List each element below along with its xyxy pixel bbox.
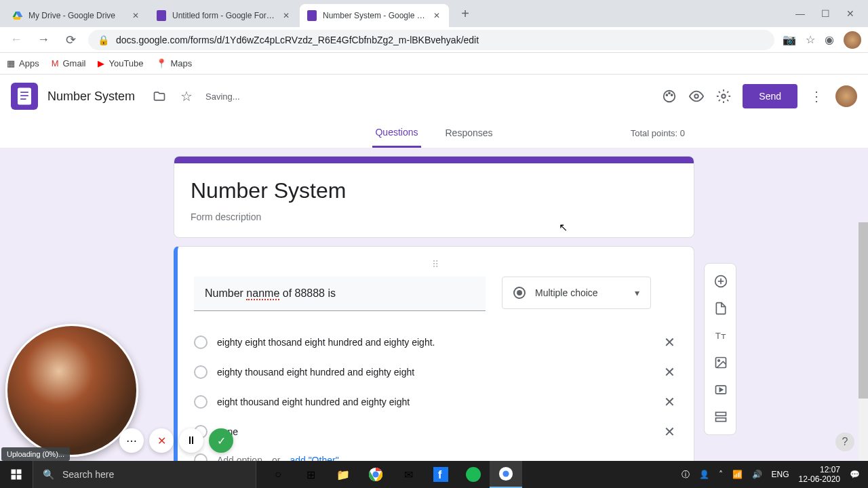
folder-button[interactable] [146, 83, 173, 110]
option-row: eighty eight thosand eight hundred and e… [194, 327, 677, 357]
import-questions-button[interactable] [705, 296, 737, 321]
remove-option-button[interactable]: ✕ [661, 394, 677, 410]
spotify-icon[interactable] [457, 461, 490, 488]
minimize-button[interactable]: — [795, 8, 805, 19]
lock-icon: 🔒 [98, 35, 109, 45]
tab-untitled-form[interactable]: Untitled form - Google Forms ✕ [149, 4, 298, 27]
question-type-select[interactable]: Multiple choice ▾ [502, 277, 651, 309]
back-button[interactable]: ← [7, 33, 26, 47]
send-button[interactable]: Send [743, 84, 797, 108]
close-icon[interactable]: ✕ [130, 10, 141, 21]
add-image-button[interactable] [705, 350, 737, 375]
form-title-text[interactable]: Number System [191, 178, 677, 203]
title-card[interactable]: Number System Form description [174, 156, 694, 238]
svg-rect-20 [716, 412, 726, 415]
bookmark-youtube[interactable]: ▶YouTube [98, 58, 143, 68]
cortana-icon[interactable]: ○ [262, 461, 294, 488]
palette-button[interactable] [656, 83, 683, 110]
close-window-button[interactable]: ✕ [846, 8, 854, 19]
star-button[interactable]: ☆ [173, 83, 200, 110]
profile-avatar[interactable] [844, 31, 861, 49]
pause-recording-button[interactable]: ⏸ [179, 428, 203, 453]
option-text[interactable]: eight thousand eight hundred and eighty … [217, 396, 652, 407]
cancel-recording-button[interactable]: ✕ [149, 428, 174, 453]
tray-help-icon[interactable]: ⓘ [682, 469, 690, 481]
tab-questions[interactable]: Questions [372, 119, 420, 148]
tab-drive[interactable]: My Drive - Google Drive ✕ [5, 4, 148, 27]
account-avatar[interactable] [835, 85, 857, 107]
help-button[interactable]: ? [835, 432, 854, 451]
tray-wifi-icon[interactable]: 📶 [732, 470, 743, 479]
preview-button[interactable] [683, 83, 710, 110]
option-text[interactable]: eighty thousand eight hundred and eighty… [217, 367, 652, 378]
drive-icon [12, 10, 23, 21]
youtube-icon: ▶ [98, 58, 104, 68]
option-text[interactable]: none [217, 426, 652, 437]
add-section-button[interactable] [705, 405, 737, 429]
camera-icon[interactable]: 📷 [783, 33, 796, 46]
browser-tab-strip: My Drive - Google Drive ✕ Untitled form … [0, 0, 868, 27]
tray-people-icon[interactable]: 👤 [699, 470, 709, 479]
reload-button[interactable]: ⟳ [61, 33, 80, 47]
start-button[interactable] [0, 461, 33, 488]
remove-option-button[interactable]: ✕ [661, 424, 677, 440]
svg-text:f: f [438, 469, 442, 481]
extension-icon[interactable]: ◉ [825, 33, 834, 46]
tab-responses[interactable]: Responses [443, 119, 496, 146]
question-card[interactable]: ⠿ Number nanme of 88888 is Multiple choi… [174, 246, 694, 487]
svg-rect-21 [716, 418, 726, 422]
tab-title: My Drive - Google Drive [28, 11, 126, 20]
add-title-button[interactable]: Tᴛ [705, 323, 737, 348]
webcam-overlay[interactable] [5, 324, 138, 457]
bookmark-apps[interactable]: ▦Apps [7, 58, 39, 68]
settings-button[interactable] [710, 83, 737, 110]
radio-icon [194, 395, 208, 409]
tab-number-system[interactable]: Number System - Google Forms ✕ [300, 4, 449, 27]
maximize-button[interactable]: ☐ [821, 8, 830, 19]
more-button[interactable]: ⋮ [803, 83, 830, 110]
chrome-icon[interactable] [359, 461, 392, 488]
address-bar: ← → ⟳ 🔒 docs.google.com/forms/d/1Yd6wZc4… [0, 27, 868, 53]
chrome-active-icon[interactable] [490, 461, 522, 488]
notifications-icon[interactable]: 💬 [850, 470, 860, 479]
scrollbar-thumb[interactable] [859, 222, 868, 399]
close-icon[interactable]: ✕ [431, 10, 442, 21]
add-video-button[interactable] [705, 378, 737, 402]
scrollbar[interactable] [859, 222, 868, 461]
bookmark-maps[interactable]: 📍Maps [156, 58, 193, 68]
mail-icon[interactable]: ✉ [392, 461, 425, 488]
tray-sound-icon[interactable]: 🔊 [752, 470, 762, 479]
facebook-icon[interactable]: f [425, 461, 457, 488]
more-recording-button[interactable]: ⋯ [119, 428, 144, 453]
option-text[interactable]: eighty eight thosand eight hundred and e… [217, 337, 652, 348]
question-input[interactable]: Number nanme of 88888 is [194, 277, 486, 311]
bookmark-gmail[interactable]: MGmail [52, 58, 86, 68]
svg-point-9 [671, 94, 673, 96]
taskbar-search[interactable]: 🔍 Search here [33, 461, 256, 488]
tray-clock[interactable]: 12:07 12-06-2020 [799, 465, 840, 485]
finish-recording-button[interactable]: ✓ [209, 428, 233, 453]
task-view-icon[interactable]: ⊞ [294, 461, 327, 488]
remove-option-button[interactable]: ✕ [661, 364, 677, 380]
tray-lang[interactable]: ENG [772, 470, 789, 479]
close-icon[interactable]: ✕ [281, 10, 292, 21]
forms-icon [307, 10, 317, 21]
star-icon[interactable]: ☆ [806, 33, 815, 46]
form-description[interactable]: Form description [191, 211, 677, 222]
option-row: none ✕ [194, 417, 677, 447]
svg-point-7 [667, 94, 668, 96]
new-tab-button[interactable]: + [456, 4, 475, 23]
window-controls: — ☐ ✕ [795, 8, 863, 19]
add-question-button[interactable] [705, 269, 737, 293]
url-field[interactable]: 🔒 docs.google.com/forms/d/1Yd6wZc4pLcRVz… [88, 30, 774, 50]
save-status: Saving... [205, 92, 240, 102]
drag-handle-icon[interactable]: ⠿ [194, 259, 677, 270]
svg-marker-19 [719, 388, 722, 392]
forms-logo[interactable] [11, 83, 38, 110]
forward-button[interactable]: → [34, 33, 53, 47]
remove-option-button[interactable]: ✕ [661, 334, 677, 350]
form-title[interactable]: Number System [47, 89, 135, 104]
upload-status: Uploading (0%)... [1, 447, 70, 461]
explorer-icon[interactable]: 📁 [327, 461, 359, 488]
tray-chevron-icon[interactable]: ˄ [719, 470, 723, 479]
